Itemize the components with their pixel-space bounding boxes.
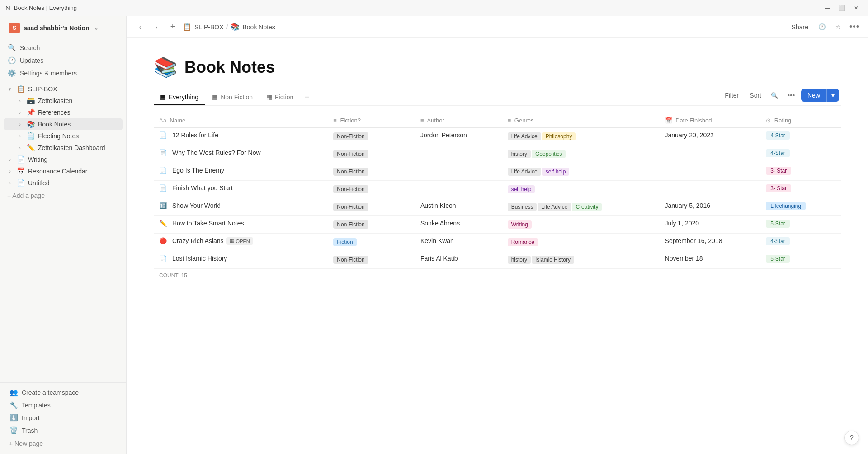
sort-button[interactable]: Sort (746, 90, 765, 101)
sidebar-item-settings-label: Settings & members (20, 70, 77, 77)
filter-button[interactable]: Filter (721, 90, 742, 101)
breadcrumb-slipbox-label[interactable]: SLIP-BOX (194, 23, 224, 31)
sidebar-item-teamspace[interactable]: 👥 Create a teamspace (5, 386, 121, 399)
sidebar-item-untitled[interactable]: › 📄 Untitled (4, 177, 123, 189)
sidebar-item-zettel-dash[interactable]: › ✏️ Zettelkasten Dashboard (4, 142, 123, 154)
add-tab-button[interactable]: + (301, 91, 313, 103)
new-page-button[interactable]: + New page (5, 438, 121, 449)
fiction-tag: Non-Fiction (333, 150, 368, 158)
minimize-button[interactable]: — (821, 2, 834, 14)
untitled-expand-icon: › (6, 180, 14, 186)
col-header-fiction[interactable]: ≡ Fiction? (328, 113, 415, 128)
row-name-text[interactable]: How to Take Smart Notes (172, 220, 244, 227)
sidebar-item-import[interactable]: ⬇️ Import (5, 412, 121, 424)
toolbar-more-button[interactable]: ••• (785, 89, 797, 102)
breadcrumb-booknotes-label[interactable]: Book Notes (242, 23, 275, 31)
cell-fiction: Non-Fiction (328, 181, 415, 198)
cell-rating: 4-Star (760, 128, 841, 145)
sidebar-item-references[interactable]: › 📌 References (4, 107, 123, 118)
star-button[interactable]: ☆ (832, 21, 844, 33)
open-badge: ▦ OPEN (226, 237, 253, 245)
slipbox-icon: 📋 (16, 85, 25, 93)
col-header-date[interactable]: 📅 Date Finished (660, 113, 761, 128)
fiction-tag: Non-Fiction (333, 220, 368, 229)
fleeting-expand-icon: › (16, 133, 24, 139)
sidebar-item-templates[interactable]: 🔧 Templates (5, 399, 121, 412)
row-name-text[interactable]: 12 Rules for Life (172, 131, 218, 139)
sidebar-item-slipbox[interactable]: ▾ 📋 SLIP-BOX (4, 83, 123, 95)
sidebar-item-writing[interactable]: › 📄 Writing (4, 154, 123, 165)
new-entry-label: New (801, 89, 826, 102)
more-options-button[interactable]: ••• (848, 21, 861, 33)
share-button[interactable]: Share (788, 21, 812, 33)
sidebar-item-zettelkasten[interactable]: › 🗃️ Zettelkasten (4, 95, 123, 107)
row-name-text[interactable]: Lost Islamic History (172, 255, 227, 262)
row-name-text[interactable]: Why The West Rules? For Now (172, 149, 261, 156)
back-button[interactable]: ‹ (134, 21, 146, 33)
col-header-genres[interactable]: ≡ Genres (502, 113, 660, 128)
table-row[interactable]: 📄Ego Is The EnemyNon-FictionLife Advices… (154, 163, 841, 181)
col-header-name[interactable]: Aa Name (154, 113, 328, 128)
col-date-label: Date Finished (675, 117, 712, 124)
table-row[interactable]: 📄12 Rules for LifeNon-FictionJordon Pete… (154, 128, 841, 145)
workspace-selector[interactable]: S saad shabbir's Notion ⌄ (5, 20, 102, 36)
sidebar-item-zettelkasten-label: Zettelkasten (38, 97, 120, 104)
sidebar-item-fleeting-label: Fleeting Notes (38, 132, 120, 140)
sidebar-item-search[interactable]: 🔍 Search (4, 42, 123, 54)
forward-button[interactable]: › (150, 21, 163, 33)
maximize-button[interactable]: ⬜ (835, 2, 848, 14)
page-content: 📚 Book Notes ▦ Everything ▦ Non Fiction … (127, 38, 868, 454)
close-button[interactable]: ✕ (850, 2, 863, 14)
rating-tag: 4-Star (766, 149, 790, 157)
sidebar-item-settings[interactable]: ⚙️ Settings & members (4, 67, 123, 80)
workspace-chevron-icon: ⌄ (94, 25, 98, 31)
row-name-text[interactable]: Crazy Rich Asians (172, 237, 224, 244)
table-row[interactable]: 🔟Show Your Work!Non-FictionAustin KleonB… (154, 198, 841, 216)
tab-nonfiction-icon: ▦ (212, 94, 218, 101)
add-page-label: + Add a page (7, 192, 45, 199)
genre-tag: self help (508, 185, 535, 193)
new-entry-button[interactable]: New ▾ (801, 89, 839, 102)
table-header: Aa Name ≡ Fiction? ≡ Author (154, 113, 841, 128)
table-row[interactable]: 🔴Crazy Rich Asians▦ OPENFictionKevin Kwa… (154, 234, 841, 251)
col-header-rating[interactable]: ⊙ Rating (760, 113, 841, 128)
sidebar-item-updates[interactable]: 🕐 Updates (4, 54, 123, 67)
sidebar-item-booknotes[interactable]: › 📚 Book Notes (4, 118, 123, 130)
tab-nonfiction-label: Non Fiction (221, 94, 253, 101)
new-entry-arrow[interactable]: ▾ (826, 89, 839, 102)
table-row[interactable]: 📄Lost Islamic HistoryNon-FictionFaris Al… (154, 251, 841, 269)
genre-tag: history (508, 256, 531, 264)
topbar-left: ‹ › + 📋 SLIP-BOX / 📚 Book Notes (134, 21, 275, 33)
cell-fiction: Non-Fiction (328, 163, 415, 181)
table-row[interactable]: ✏️How to Take Smart NotesNon-FictionSonk… (154, 216, 841, 234)
row-name-text[interactable]: Show Your Work! (172, 202, 221, 209)
tab-nonfiction[interactable]: ▦ Non Fiction (206, 90, 259, 105)
table-row[interactable]: 📄Finish What you StartNon-Fictionself he… (154, 181, 841, 198)
sidebar-tree: ▾ 📋 SLIP-BOX › 🗃️ Zettelkasten › 📌 Refer… (0, 81, 126, 382)
row-name-text[interactable]: Ego Is The Enemy (172, 167, 224, 174)
table-row[interactable]: 📄Why The West Rules? For NowNon-Fictionh… (154, 145, 841, 163)
settings-icon: ⚙️ (7, 69, 16, 77)
cell-author: Kevin Kwan (415, 234, 502, 251)
cell-rating: 5-Star (760, 251, 841, 269)
count-value: 15 (181, 272, 187, 279)
tab-fiction[interactable]: ▦ Fiction (260, 90, 300, 105)
toolbar-search-button[interactable]: 🔍 (769, 89, 781, 102)
tab-everything[interactable]: ▦ Everything (154, 90, 205, 105)
col-rating-icon: ⊙ (766, 117, 771, 124)
row-name-text[interactable]: Finish What you Start (172, 184, 233, 192)
sidebar-item-zettel-dash-label: Zettelkasten Dashboard (38, 144, 120, 151)
sidebar-item-resonance[interactable]: › 📅 Resonance Calendar (4, 165, 123, 177)
add-button[interactable]: + (166, 21, 179, 33)
col-header-author[interactable]: ≡ Author (415, 113, 502, 128)
history-button[interactable]: 🕐 (816, 21, 828, 33)
help-button[interactable]: ? (844, 431, 859, 445)
sidebar-item-writing-label: Writing (28, 156, 120, 163)
cell-name: 📄Lost Islamic History (154, 251, 328, 269)
add-page-button[interactable]: + Add a page (4, 190, 123, 201)
breadcrumb-slipbox-icon: 📋 (183, 23, 192, 31)
sidebar-item-fleeting[interactable]: › 🗒️ Fleeting Notes (4, 130, 123, 142)
genre-tag: self help (542, 168, 570, 176)
sidebar-item-trash[interactable]: 🗑️ Trash (5, 424, 121, 437)
cell-name: ✏️How to Take Smart Notes (154, 216, 328, 234)
